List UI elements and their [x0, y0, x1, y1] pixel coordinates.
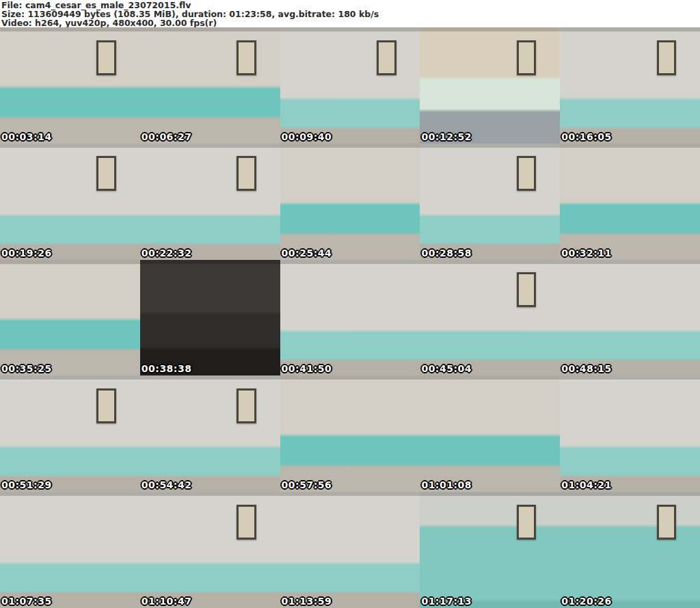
timestamp-overlay: 00:35:25 — [1, 363, 52, 374]
timestamp-overlay: 00:38:38 — [142, 363, 192, 374]
timestamp-overlay: 00:12:52 — [421, 131, 472, 142]
timestamp-overlay: 01:13:59 — [282, 596, 332, 607]
timestamp-overlay: 00:57:56 — [282, 479, 332, 490]
picture-frame-decoration — [517, 40, 537, 75]
video-thumbnail: 00:57:56 — [280, 375, 420, 492]
video-thumbnail: 00:12:52 — [420, 27, 560, 144]
picture-frame-decoration — [96, 40, 116, 75]
video-thumbnail: 01:01:08 — [420, 375, 560, 492]
picture-frame-decoration — [517, 272, 537, 307]
timestamp-overlay: 01:01:08 — [421, 479, 472, 490]
video-thumbnail: 00:38:38 — [140, 260, 280, 376]
video-thumbnail: 00:16:05 — [560, 27, 700, 144]
picture-frame-decoration — [237, 156, 256, 191]
timestamp-overlay: 00:19:26 — [1, 248, 52, 259]
timestamp-overlay: 01:20:26 — [561, 596, 612, 607]
video-thumbnail: 00:25:44 — [280, 144, 420, 260]
video-thumbnail: 00:03:14 — [0, 27, 140, 144]
video-thumbnail: 00:35:25 — [0, 260, 140, 376]
video-thumbnail: 00:32:11 — [560, 144, 700, 260]
video-contact-sheet: File: cam4_cesar_es_male_23072015.flv Si… — [0, 0, 700, 608]
timestamp-overlay: 00:25:44 — [282, 248, 332, 259]
timestamp-overlay: 01:07:35 — [1, 596, 52, 607]
video-thumbnail: 01:17:13 — [420, 492, 560, 608]
picture-frame-decoration — [237, 40, 256, 75]
video-thumbnail: 00:28:58 — [420, 144, 560, 260]
picture-frame-decoration — [96, 156, 116, 191]
timestamp-overlay: 00:54:42 — [142, 479, 192, 490]
video-thumbnail: 01:20:26 — [560, 492, 700, 608]
picture-frame-decoration — [517, 156, 537, 191]
video-codec-line: Video: h264, yuv420p, 480x400, 30.00 fps… — [1, 18, 700, 27]
timestamp-overlay: 00:28:58 — [421, 248, 472, 259]
timestamp-overlay: 00:32:11 — [561, 248, 612, 259]
timestamp-overlay: 00:45:04 — [421, 363, 472, 374]
video-thumbnail: 01:07:35 — [0, 492, 140, 608]
video-thumbnail: 00:41:50 — [280, 260, 420, 376]
video-thumbnail: 01:13:59 — [280, 492, 420, 608]
picture-frame-decoration — [657, 505, 677, 540]
video-thumbnail: 00:51:29 — [0, 375, 140, 492]
metadata-header: File: cam4_cesar_es_male_23072015.flv Si… — [0, 0, 700, 27]
video-thumbnail: 00:54:42 — [140, 375, 280, 492]
video-thumbnail: 00:45:04 — [420, 260, 560, 376]
timestamp-overlay: 00:41:50 — [282, 363, 332, 374]
picture-frame-decoration — [517, 505, 537, 540]
timestamp-overlay: 00:51:29 — [1, 479, 52, 490]
video-thumbnail: 01:10:47 — [140, 492, 280, 608]
timestamp-overlay: 01:17:13 — [421, 596, 472, 607]
video-thumbnail: 00:48:15 — [560, 260, 700, 376]
timestamp-overlay: 00:16:05 — [561, 131, 612, 142]
thumbnail-grid: 00:03:14 00:06:27 00:09:40 00:12:52 00:1… — [0, 27, 700, 608]
timestamp-overlay: 00:03:14 — [1, 131, 52, 142]
timestamp-overlay: 00:09:40 — [282, 131, 332, 142]
timestamp-overlay: 01:10:47 — [142, 596, 192, 607]
timestamp-overlay: 00:22:32 — [142, 248, 192, 259]
picture-frame-decoration — [657, 40, 677, 75]
video-thumbnail: 00:22:32 — [140, 144, 280, 260]
timestamp-overlay: 00:48:15 — [561, 363, 612, 374]
video-thumbnail: 01:04:21 — [560, 375, 700, 492]
video-thumbnail: 00:06:27 — [140, 27, 280, 144]
picture-frame-decoration — [237, 505, 256, 540]
picture-frame-decoration — [237, 388, 256, 423]
video-thumbnail: 00:19:26 — [0, 144, 140, 260]
picture-frame-decoration — [377, 40, 396, 75]
timestamp-overlay: 00:06:27 — [142, 131, 192, 142]
picture-frame-decoration — [96, 388, 116, 423]
video-thumbnail: 00:09:40 — [280, 27, 420, 144]
timestamp-overlay: 01:04:21 — [561, 479, 612, 490]
